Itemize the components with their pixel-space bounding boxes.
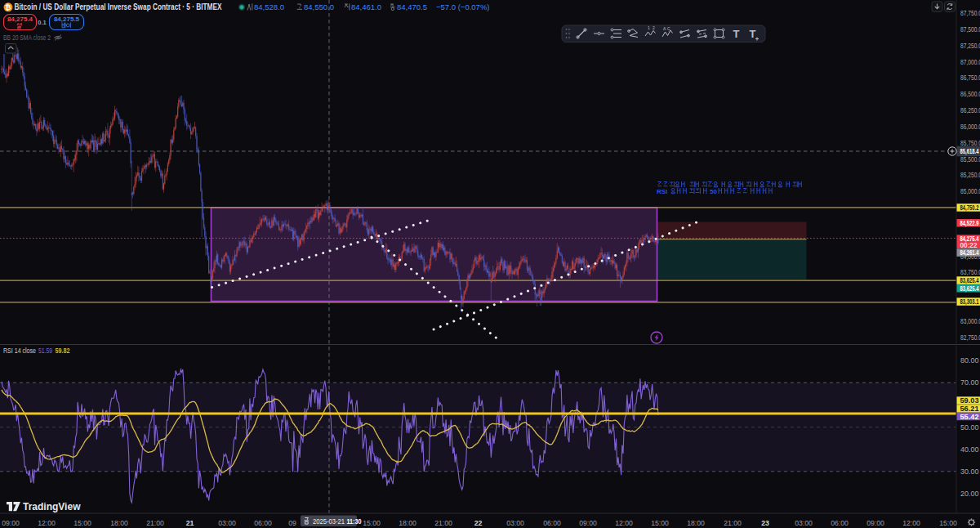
- svg-text:59.03: 59.03: [960, 396, 979, 405]
- svg-text:86,000.0: 86,000.0: [960, 123, 980, 131]
- svg-text:15:00: 15:00: [939, 519, 957, 527]
- svg-text:21:00: 21:00: [434, 519, 452, 527]
- svg-text:06:00: 06:00: [543, 519, 561, 527]
- svg-text:21:00: 21:00: [724, 519, 742, 527]
- svg-text:84,528.0: 84,528.0: [254, 2, 284, 11]
- svg-text:₿: ₿: [6, 3, 11, 11]
- svg-text:09:00: 09:00: [866, 519, 884, 527]
- svg-text:59.82: 59.82: [56, 347, 70, 355]
- svg-text:84,470.5: 84,470.5: [397, 2, 427, 11]
- svg-text:2: 2: [653, 25, 655, 30]
- svg-text:15:00: 15:00: [363, 519, 381, 527]
- svg-text:86,750.0: 86,750.0: [960, 74, 980, 82]
- svg-text:03:00: 03:00: [218, 519, 236, 527]
- svg-text:80.00: 80.00: [960, 356, 979, 365]
- svg-text:83,750.0: 83,750.0: [960, 268, 980, 276]
- svg-text:03:00: 03:00: [795, 519, 813, 527]
- svg-text:11:30: 11:30: [347, 517, 362, 526]
- svg-text:22: 22: [474, 519, 483, 527]
- svg-text:1: 1: [648, 25, 650, 30]
- svg-text:09:00: 09:00: [579, 519, 597, 527]
- svg-text:87,750.0: 87,750.0: [960, 9, 980, 17]
- svg-text:T: T: [750, 28, 756, 40]
- svg-text:87,250.0: 87,250.0: [960, 42, 980, 50]
- svg-text:RSI: RSI: [657, 188, 667, 195]
- svg-text:85,250.0: 85,250.0: [960, 171, 980, 179]
- svg-text:84,261.4: 84,261.4: [960, 248, 979, 257]
- svg-text:06:00: 06:00: [831, 519, 849, 527]
- svg-text:86,500.0: 86,500.0: [960, 90, 980, 98]
- svg-text:83,625.4: 83,625.4: [960, 284, 979, 293]
- svg-text:15:00: 15:00: [74, 519, 91, 527]
- svg-text:30.00: 30.00: [960, 468, 979, 476]
- svg-text:06:00: 06:00: [254, 519, 272, 527]
- svg-text:15:00: 15:00: [651, 519, 669, 527]
- svg-text:85,618.4: 85,618.4: [960, 147, 979, 155]
- svg-text:70.00: 70.00: [960, 378, 979, 387]
- svg-text:12:00: 12:00: [902, 519, 920, 527]
- svg-text:87,000.0: 87,000.0: [960, 58, 980, 66]
- svg-text:0.1: 0.1: [38, 19, 46, 26]
- svg-text:21:00: 21:00: [146, 519, 164, 527]
- svg-text:85,000.0: 85,000.0: [960, 187, 980, 195]
- svg-text:50.00: 50.00: [960, 423, 979, 432]
- svg-text:85,750.0: 85,750.0: [960, 139, 980, 147]
- svg-text:−57.0 (−0.07%): −57.0 (−0.07%): [436, 2, 490, 11]
- svg-text:82,750.0: 82,750.0: [960, 333, 980, 342]
- svg-text:18:00: 18:00: [399, 519, 416, 527]
- svg-text:12:00: 12:00: [615, 519, 633, 527]
- svg-text:20.00: 20.00: [960, 490, 979, 498]
- svg-text:40.00: 40.00: [960, 445, 979, 454]
- svg-text:56.21: 56.21: [960, 405, 979, 413]
- svg-text:RSI 14 close: RSI 14 close: [3, 347, 36, 355]
- svg-text:84,550.0: 84,550.0: [304, 2, 334, 11]
- svg-text:TradingView: TradingView: [23, 501, 81, 512]
- svg-text:18:00: 18:00: [687, 519, 705, 527]
- svg-text:03:00: 03:00: [506, 519, 524, 527]
- svg-text:83,000.0: 83,000.0: [960, 317, 980, 325]
- svg-text:23: 23: [761, 519, 769, 527]
- svg-text:51.59: 51.59: [38, 347, 52, 355]
- svg-text:50: 50: [710, 188, 717, 195]
- svg-text:21: 21: [186, 519, 194, 527]
- svg-text:2025-03-21: 2025-03-21: [313, 517, 345, 526]
- svg-text:12:00: 12:00: [38, 519, 56, 527]
- svg-text:84,750.2: 84,750.2: [960, 204, 979, 212]
- svg-text:Bitcoin / US Dollar Perpetual: Bitcoin / US Dollar Perpetual Inverse Sw…: [15, 2, 222, 11]
- svg-text:83,625.4: 83,625.4: [960, 276, 979, 284]
- svg-text:09:00: 09:00: [2, 519, 20, 527]
- svg-text:C: C: [667, 26, 670, 31]
- svg-text:84,275.5: 84,275.5: [54, 16, 80, 23]
- svg-text:09: 09: [288, 519, 296, 527]
- svg-text:86,250.0: 86,250.0: [960, 106, 980, 114]
- svg-text:18:00: 18:00: [110, 519, 128, 527]
- svg-text:84,522.9: 84,522.9: [960, 219, 979, 227]
- svg-text:87,500.0: 87,500.0: [960, 25, 980, 34]
- svg-text:BB 20 SMA close 2: BB 20 SMA close 2: [3, 34, 51, 42]
- svg-text:83,303.1: 83,303.1: [960, 298, 979, 306]
- svg-text:55.42: 55.42: [960, 413, 979, 421]
- svg-text:84,461.0: 84,461.0: [351, 2, 381, 11]
- svg-text:84,275.4: 84,275.4: [7, 16, 33, 23]
- svg-text:T: T: [733, 28, 740, 40]
